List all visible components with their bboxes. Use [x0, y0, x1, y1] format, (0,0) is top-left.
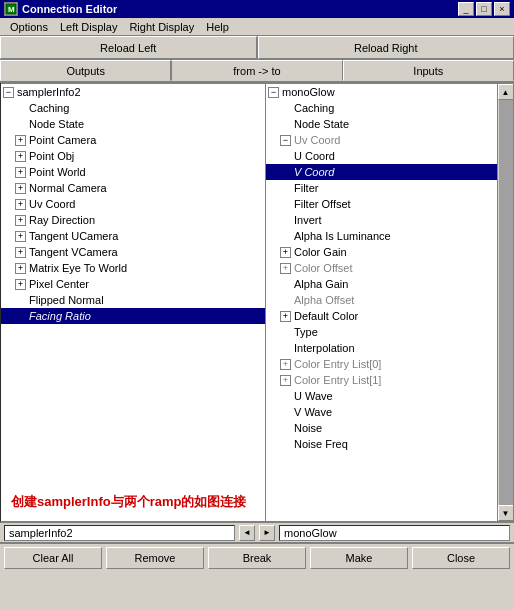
left-item-point-camera[interactable]: + Point Camera [1, 132, 265, 148]
left-item-ray-direction[interactable]: + Ray Direction [1, 212, 265, 228]
right-item-color-entry-0-label: Color Entry List[0] [294, 358, 381, 370]
right-item-color-offset-label: Color Offset [294, 262, 353, 274]
right-item-noise-freq[interactable]: Noise Freq [266, 436, 497, 452]
left-item-tangent-ucamera[interactable]: + Tangent UCamera [1, 228, 265, 244]
right-color-offset-expand[interactable]: + [280, 263, 291, 274]
left-item-caching[interactable]: Caching [1, 100, 265, 116]
menu-options[interactable]: Options [4, 19, 54, 35]
right-item-filter[interactable]: Filter [266, 180, 497, 196]
left-item-ray-direction-label: Ray Direction [29, 214, 95, 226]
right-item-v-wave-label: V Wave [294, 406, 332, 418]
watermark-text: 创建samplerInfo与两个ramp的如图连接 [11, 493, 246, 511]
clear-all-button[interactable]: Clear All [4, 547, 102, 569]
right-default-color-expand[interactable]: + [280, 311, 291, 322]
right-color-entry-0-expand[interactable]: + [280, 359, 291, 370]
right-item-u-wave[interactable]: U Wave [266, 388, 497, 404]
remove-button[interactable]: Remove [106, 547, 204, 569]
close-button-bottom[interactable]: Close [412, 547, 510, 569]
left-tangent-ucamera-expand[interactable]: + [15, 231, 26, 242]
right-item-color-gain[interactable]: + Color Gain [266, 244, 497, 260]
right-item-interpolation[interactable]: Interpolation [266, 340, 497, 356]
right-color-entry-1-expand[interactable]: + [280, 375, 291, 386]
left-root-expand[interactable]: − [3, 87, 14, 98]
right-item-noise[interactable]: Noise [266, 420, 497, 436]
left-ray-direction-expand[interactable]: + [15, 215, 26, 226]
right-color-gain-expand[interactable]: + [280, 247, 291, 258]
close-button[interactable]: × [494, 2, 510, 16]
left-item-caching-label: Caching [29, 102, 69, 114]
left-root[interactable]: − samplerInfo2 [1, 84, 265, 100]
tab-from-to[interactable]: from -> to [171, 60, 342, 81]
left-item-tangent-ucamera-label: Tangent UCamera [29, 230, 118, 242]
left-item-matrix-eye-to-world[interactable]: + Matrix Eye To World [1, 260, 265, 276]
left-item-pixel-center-label: Pixel Center [29, 278, 89, 290]
right-root-expand[interactable]: − [268, 87, 279, 98]
status-prev-button[interactable]: ◄ [239, 525, 255, 541]
right-item-node-state-label: Node State [294, 118, 349, 130]
menu-help[interactable]: Help [200, 19, 235, 35]
left-item-point-obj[interactable]: + Point Obj [1, 148, 265, 164]
tabs-bar: Outputs from -> to Inputs [0, 60, 514, 82]
right-item-v-wave[interactable]: V Wave [266, 404, 497, 420]
right-item-filter-label: Filter [294, 182, 318, 194]
status-left-value: samplerInfo2 [9, 527, 73, 539]
scroll-track[interactable] [499, 100, 513, 505]
left-item-normal-camera-label: Normal Camera [29, 182, 107, 194]
right-item-caching[interactable]: Caching [266, 100, 497, 116]
left-item-facing-ratio[interactable]: Facing Ratio [1, 308, 265, 324]
right-item-filter-offset[interactable]: Filter Offset [266, 196, 497, 212]
right-item-color-offset[interactable]: + Color Offset [266, 260, 497, 276]
scroll-up-button[interactable]: ▲ [498, 84, 514, 100]
right-item-invert[interactable]: Invert [266, 212, 497, 228]
tab-outputs[interactable]: Outputs [0, 60, 171, 81]
right-item-u-wave-label: U Wave [294, 390, 333, 402]
right-item-noise-freq-label: Noise Freq [294, 438, 348, 450]
right-item-alpha-is-luminance[interactable]: Alpha Is Luminance [266, 228, 497, 244]
left-normal-camera-expand[interactable]: + [15, 183, 26, 194]
minimize-button[interactable]: _ [458, 2, 474, 16]
left-item-normal-camera[interactable]: + Normal Camera [1, 180, 265, 196]
maximize-button[interactable]: □ [476, 2, 492, 16]
right-item-uv-coord[interactable]: − Uv Coord [266, 132, 497, 148]
title-bar: M Connection Editor _ □ × [0, 0, 514, 18]
right-root[interactable]: − monoGlow [266, 84, 497, 100]
right-item-default-color[interactable]: + Default Color [266, 308, 497, 324]
left-item-point-world[interactable]: + Point World [1, 164, 265, 180]
left-point-world-expand[interactable]: + [15, 167, 26, 178]
break-button[interactable]: Break [208, 547, 306, 569]
right-scrollbar: ▲ ▼ [497, 84, 513, 521]
menu-right-display[interactable]: Right Display [123, 19, 200, 35]
left-item-node-state[interactable]: Node State [1, 116, 265, 132]
right-item-color-entry-0[interactable]: + Color Entry List[0] [266, 356, 497, 372]
tab-inputs[interactable]: Inputs [343, 60, 514, 81]
left-item-flipped-normal[interactable]: Flipped Normal [1, 292, 265, 308]
left-item-tangent-vcamera[interactable]: + Tangent VCamera [1, 244, 265, 260]
left-pixel-center-expand[interactable]: + [15, 279, 26, 290]
right-item-interpolation-label: Interpolation [294, 342, 355, 354]
left-panel: − samplerInfo2 Caching Node State + Poin… [1, 84, 266, 521]
left-matrix-expand[interactable]: + [15, 263, 26, 274]
left-point-obj-expand[interactable]: + [15, 151, 26, 162]
left-point-camera-expand[interactable]: + [15, 135, 26, 146]
reload-left-button[interactable]: Reload Left [0, 36, 258, 59]
left-item-matrix-label: Matrix Eye To World [29, 262, 127, 274]
scroll-down-button[interactable]: ▼ [498, 505, 514, 521]
left-item-pixel-center[interactable]: + Pixel Center [1, 276, 265, 292]
right-uv-coord-expand[interactable]: − [280, 135, 291, 146]
left-item-tangent-vcamera-label: Tangent VCamera [29, 246, 118, 258]
status-next-button[interactable]: ► [259, 525, 275, 541]
right-item-color-entry-1[interactable]: + Color Entry List[1] [266, 372, 497, 388]
left-tangent-vcamera-expand[interactable]: + [15, 247, 26, 258]
right-item-alpha-offset[interactable]: Alpha Offset [266, 292, 497, 308]
left-uv-coord-expand[interactable]: + [15, 199, 26, 210]
make-button[interactable]: Make [310, 547, 408, 569]
left-item-uv-coord[interactable]: + Uv Coord [1, 196, 265, 212]
right-item-v-coord[interactable]: V Coord [266, 164, 497, 180]
right-item-alpha-gain[interactable]: Alpha Gain [266, 276, 497, 292]
menu-left-display[interactable]: Left Display [54, 19, 123, 35]
left-root-label: samplerInfo2 [17, 86, 81, 98]
right-item-node-state[interactable]: Node State [266, 116, 497, 132]
right-item-u-coord[interactable]: U Coord [266, 148, 497, 164]
right-item-type[interactable]: Type [266, 324, 497, 340]
reload-right-button[interactable]: Reload Right [258, 36, 515, 59]
